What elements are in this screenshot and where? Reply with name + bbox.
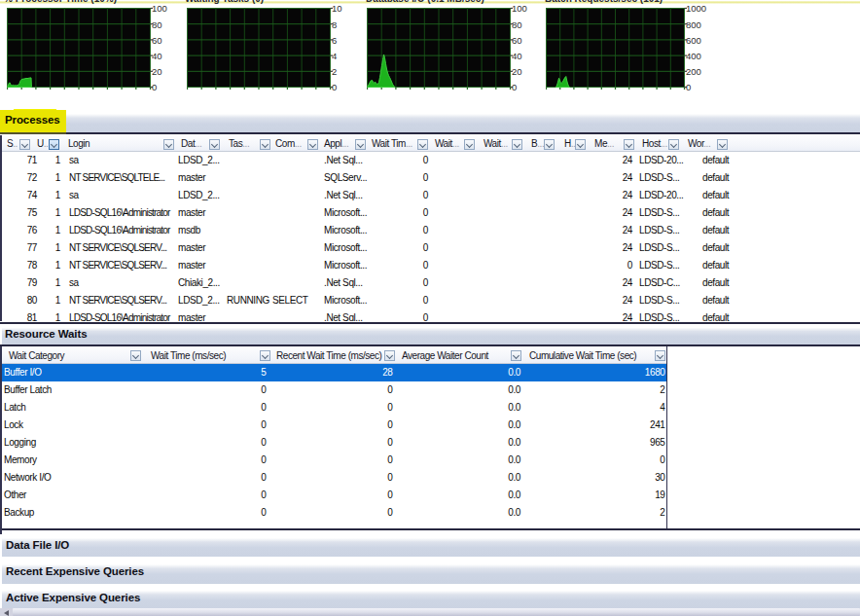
svg-text:100: 100 <box>512 3 527 14</box>
svg-text:10: 10 <box>332 3 342 14</box>
svg-text:40: 40 <box>512 51 522 61</box>
svg-text:0: 0 <box>152 82 157 92</box>
svg-text:0: 0 <box>512 82 517 92</box>
svg-text:6: 6 <box>332 35 337 46</box>
svg-text:8: 8 <box>332 19 337 30</box>
svg-text:0: 0 <box>686 82 691 92</box>
svg-text:80: 80 <box>152 19 162 30</box>
svg-text:40: 40 <box>152 51 162 61</box>
svg-text:1000: 1000 <box>686 3 706 14</box>
svg-text:600: 600 <box>686 35 701 46</box>
svg-text:60: 60 <box>152 35 162 46</box>
svg-text:4: 4 <box>332 51 337 61</box>
svg-text:2: 2 <box>332 66 337 77</box>
svg-text:0: 0 <box>332 82 337 92</box>
svg-text:20: 20 <box>512 66 522 77</box>
svg-text:200: 200 <box>686 66 701 77</box>
svg-text:80: 80 <box>512 19 522 30</box>
svg-text:20: 20 <box>152 66 162 77</box>
svg-text:60: 60 <box>512 35 522 46</box>
svg-text:100: 100 <box>152 3 167 14</box>
svg-text:400: 400 <box>686 51 701 61</box>
svg-text:800: 800 <box>686 19 701 30</box>
